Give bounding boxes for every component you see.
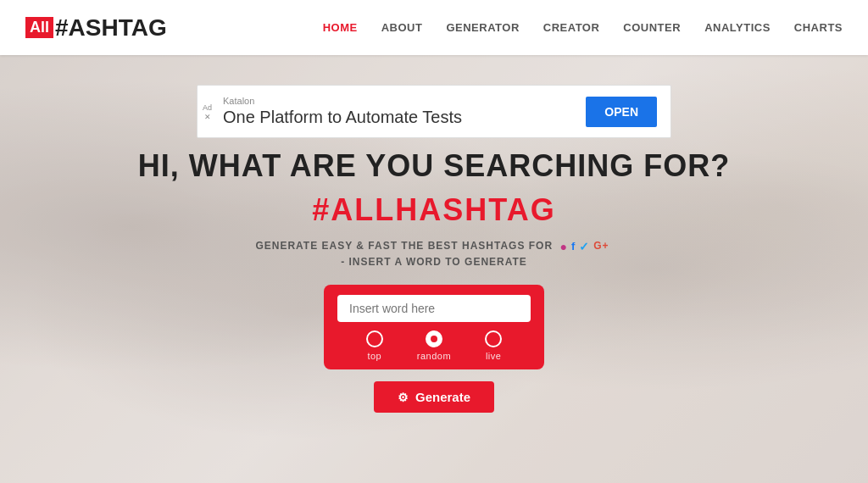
logo-hash: # (55, 14, 69, 42)
logo-ashtag: ASHTAG (69, 14, 167, 42)
search-container: top random live (324, 285, 544, 369)
radio-live-btn[interactable] (485, 330, 502, 347)
radio-random[interactable]: random (417, 330, 451, 361)
header: All #ASHTAG HOME ABOUT GENERATOR CREATOR… (0, 0, 868, 55)
logo-all: All (25, 17, 53, 38)
facebook-icon: f (571, 240, 576, 253)
ad-text: One Platform to Automate Tests (223, 108, 462, 127)
headline: HI, WHAT ARE YOU SEARCHING FOR? (138, 148, 730, 184)
nav-about[interactable]: ABOUT (381, 21, 423, 34)
ad-open-button[interactable]: OPEN (586, 97, 657, 127)
gear-icon: ⚙ (398, 391, 409, 404)
radio-top-label: top (367, 351, 381, 361)
search-input[interactable] (337, 295, 531, 322)
nav-charts[interactable]: CHARTS (794, 21, 843, 34)
radio-live[interactable]: live (485, 330, 502, 361)
hashtag-title: #ALLHASHTAG (312, 192, 555, 228)
nav-counter[interactable]: COUNTER (623, 21, 681, 34)
ad-left: Katalon One Platform to Automate Tests (223, 96, 462, 127)
nav-analytics[interactable]: ANALYTICS (704, 21, 771, 34)
nav-home[interactable]: HOME (323, 21, 358, 34)
ad-content: Ad ✕ Katalon One Platform to Automate Te… (197, 85, 671, 138)
generate-label: Generate (415, 390, 470, 404)
subtext1: GENERATE EASY & FAST THE BEST HASHTAGS F… (255, 240, 612, 253)
nav: HOME ABOUT GENERATOR CREATOR COUNTER ANA… (323, 21, 843, 34)
googleplus-icon: G+ (593, 240, 609, 253)
radio-top-btn[interactable] (366, 330, 383, 347)
social-icons: ● f ✓ G+ (559, 240, 609, 253)
instagram-icon: ● (559, 240, 567, 253)
logo[interactable]: All #ASHTAG (25, 14, 167, 42)
twitter-icon: ✓ (579, 240, 590, 253)
subtext2: - INSERT A WORD TO GENERATE (341, 256, 527, 268)
generate-button[interactable]: ⚙ Generate (374, 381, 494, 413)
radio-top[interactable]: top (366, 330, 383, 361)
ad-source: Katalon (223, 96, 462, 106)
radio-random-btn[interactable] (426, 330, 442, 347)
nav-generator[interactable]: GENERATOR (446, 21, 519, 34)
radio-live-label: live (486, 351, 502, 361)
ad-label: Ad (203, 103, 212, 111)
ad-close[interactable]: ✕ (204, 112, 211, 120)
radio-group: top random live (366, 330, 502, 361)
nav-creator[interactable]: CREATOR (543, 21, 600, 34)
radio-random-label: random (417, 351, 451, 361)
